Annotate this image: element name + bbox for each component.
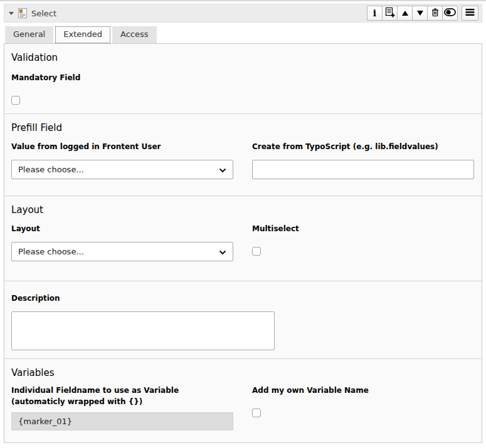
feuser-select[interactable]: Please choose... [11,160,233,179]
own-variable-checkbox[interactable] [252,409,261,417]
delete-button[interactable] [427,6,443,21]
section-heading: Validation [11,52,475,63]
top-divider [0,0,486,1]
content-element-icon [18,8,27,18]
trash-icon [430,8,440,19]
tab-bar: General Extended Access [4,26,482,43]
form-field-editor: Select i [4,4,482,443]
info-button[interactable]: i [367,6,383,21]
section-validation: Validation Mandatory Field [4,44,482,113]
marker-readonly-input [11,412,233,430]
field-header-bar: Select i [4,4,482,23]
chevron-down-icon [219,164,226,175]
mandatory-field-label: Mandatory Field [11,72,475,83]
selected-value: Please choose... [18,247,84,256]
layout-label: Layout [11,223,233,234]
feuser-label: Value from logged in Frontent User [11,141,233,152]
toolbar-button-group: i [367,6,458,21]
move-down-icon [416,9,424,18]
info-icon: i [373,9,376,18]
tab-extended[interactable]: Extended [55,26,110,43]
section-heading: Variables [11,367,475,378]
description-textarea[interactable] [11,311,275,350]
collapse-caret-icon[interactable] [8,10,15,16]
multiselect-label: Multiselect [252,223,474,234]
chevron-down-icon [219,246,226,258]
move-down-button[interactable] [412,6,428,21]
own-variable-label: Add my own Variable Name [252,385,474,396]
typoscript-input[interactable] [252,160,474,179]
section-layout: Layout Layout Please choose... Multisele… [4,195,482,281]
drag-handle-button[interactable] [462,6,478,21]
fieldname-label: Individual Fieldname to use as Variable … [11,385,233,407]
move-up-button[interactable] [397,6,413,21]
tab-general[interactable]: General [5,26,53,43]
section-heading: Layout [11,204,475,216]
field-toolbar: i [367,6,478,21]
drag-handle-icon [465,8,475,18]
field-title: Select [31,9,56,18]
typoscript-label: Create from TypoScript (e.g. lib.fieldva… [252,141,474,152]
mandatory-checkbox[interactable] [11,96,20,105]
tab-content-panel: Validation Mandatory Field Prefill Field… [4,43,482,443]
tab-access[interactable]: Access [112,26,157,43]
section-description: Description [4,281,482,358]
add-element-button[interactable] [382,6,398,21]
selected-value: Please choose... [18,165,84,174]
move-up-icon [401,9,409,18]
toggle-visibility-icon [444,8,456,18]
section-prefill: Prefill Field Value from logged in Front… [4,113,482,195]
description-label: Description [11,293,475,304]
section-variables: Variables Individual Fieldname to use as… [4,358,482,444]
layout-select[interactable]: Please choose... [11,242,233,261]
section-heading: Prefill Field [11,122,475,133]
toggle-visibility-button[interactable] [442,6,458,21]
multiselect-checkbox[interactable] [252,247,261,256]
add-element-icon [384,7,395,19]
